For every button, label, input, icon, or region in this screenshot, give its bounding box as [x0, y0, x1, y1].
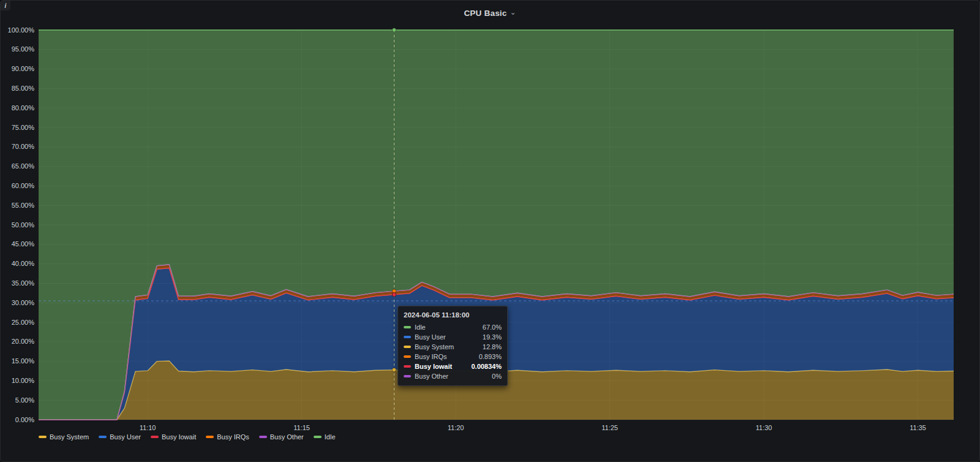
y-axis-tick-label: 65.00% [12, 162, 35, 170]
cpu-usage-chart[interactable]: 0.00%5.00%10.00%15.00%20.00%25.00%30.00%… [1, 1, 980, 462]
legend-label: Busy System [50, 433, 89, 441]
legend-swatch [314, 436, 322, 438]
y-axis-tick-label: 5.00% [15, 396, 34, 404]
chart-legend: Busy SystemBusy UserBusy IowaitBusy IRQs… [39, 433, 336, 441]
panel-menu-chevron-icon[interactable]: ⌄ [510, 8, 516, 17]
series-color-swatch [404, 346, 411, 348]
tooltip-series-name: Busy Other [415, 373, 448, 380]
legend-item-busy-system[interactable]: Busy System [39, 433, 89, 441]
x-axis-tick-label: 11:20 [448, 424, 464, 431]
legend-swatch [151, 436, 159, 438]
x-axis-tick-label: 11:35 [910, 424, 926, 431]
crosshair-point [392, 293, 396, 297]
y-axis-tick-label: 85.00% [12, 85, 35, 92]
tooltip-series-value: 19.3% [475, 333, 502, 341]
y-axis-tick-label: 95.00% [12, 45, 35, 53]
series-color-swatch [404, 355, 411, 358]
y-axis-tick-label: 0.00% [15, 416, 34, 423]
y-axis-tick-label: 35.00% [12, 279, 35, 287]
tooltip-series-name: Busy Iowait [415, 363, 452, 370]
tooltip-row-busy-user: Busy User19.3% [404, 332, 502, 342]
y-axis-tick-label: 80.00% [12, 104, 35, 112]
legend-item-busy-other[interactable]: Busy Other [259, 433, 304, 441]
y-axis-tick-label: 90.00% [12, 65, 35, 72]
tooltip-timestamp: 2024-06-05 11:18:00 [404, 311, 502, 319]
y-axis-tick-label: 100.00% [8, 26, 35, 34]
tooltip-row-busy-irqs: Busy IRQs0.893% [404, 352, 502, 362]
y-axis-tick-label: 45.00% [12, 240, 35, 248]
x-axis-tick-label: 11:15 [293, 424, 310, 431]
y-axis-tick-label: 70.00% [12, 143, 35, 150]
legend-label: Idle [325, 433, 336, 441]
tooltip-series-name: Busy IRQs [415, 353, 447, 360]
series-color-swatch [404, 375, 411, 377]
tooltip-series-name: Busy User [415, 333, 446, 341]
panel-info-icon[interactable]: i [1, 1, 10, 10]
x-axis-tick-label: 11:30 [756, 424, 772, 431]
crosshair-point [392, 368, 396, 371]
legend-swatch [99, 436, 107, 438]
legend-swatch [39, 436, 47, 438]
y-axis-tick-label: 60.00% [12, 182, 35, 189]
legend-item-busy-user[interactable]: Busy User [99, 433, 141, 441]
cpu-basic-panel: i CPU Basic ⌄ 0.00%5.00%10.00%15.00%20.0… [0, 0, 980, 462]
tooltip-series-value: 0.00834% [464, 363, 502, 370]
legend-label: Busy Other [270, 433, 304, 441]
legend-swatch [206, 436, 214, 438]
legend-label: Busy Iowait [162, 433, 196, 441]
legend-item-idle[interactable]: Idle [314, 433, 336, 441]
legend-item-busy-irqs[interactable]: Busy IRQs [206, 433, 249, 441]
legend-label: Busy IRQs [217, 433, 249, 441]
y-axis-tick-label: 30.00% [12, 299, 35, 306]
y-axis-tick-label: 25.00% [12, 319, 35, 326]
tooltip-series-value: 12.8% [475, 343, 502, 350]
tooltip-row-idle: Idle67.0% [404, 322, 502, 332]
x-axis-tick-label: 11:25 [601, 424, 618, 431]
tooltip-row-busy-other: Busy Other0% [404, 371, 502, 381]
panel-header[interactable]: CPU Basic ⌄ [1, 1, 979, 25]
series-color-swatch [404, 326, 411, 328]
y-axis-tick-label: 15.00% [12, 357, 35, 365]
tooltip-series-value: 0% [484, 373, 502, 380]
y-axis-tick-label: 55.00% [12, 202, 35, 209]
tooltip-series-name: Busy System [415, 343, 454, 350]
x-axis-tick-label: 11:10 [140, 424, 156, 431]
series-color-swatch [404, 336, 411, 338]
y-axis-tick-label: 50.00% [12, 221, 35, 229]
panel-title[interactable]: CPU Basic [464, 9, 507, 18]
series-color-swatch [404, 365, 411, 368]
y-axis-tick-label: 20.00% [12, 338, 35, 345]
legend-item-busy-iowait[interactable]: Busy Iowait [151, 433, 196, 441]
tooltip-row-busy-iowait: Busy Iowait0.00834% [404, 362, 502, 371]
tooltip-series-value: 0.893% [472, 353, 502, 360]
y-axis-tick-label: 10.00% [12, 377, 35, 384]
tooltip-series-name: Idle [415, 324, 426, 331]
crosshair-point [392, 28, 396, 32]
y-axis-tick-label: 75.00% [12, 124, 35, 131]
y-axis-tick-label: 40.00% [12, 260, 35, 267]
chart-tooltip: 2024-06-05 11:18:00 Idle67.0%Busy User19… [398, 306, 508, 386]
tooltip-row-busy-system: Busy System12.8% [404, 342, 502, 352]
tooltip-series-value: 67.0% [475, 324, 502, 331]
legend-swatch [259, 436, 267, 438]
legend-label: Busy User [110, 433, 141, 441]
